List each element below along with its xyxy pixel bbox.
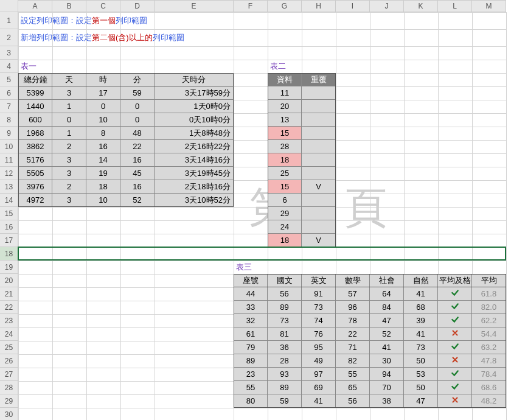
- table3-cell[interactable]: 41: [302, 394, 336, 408]
- table3-cell[interactable]: 52: [370, 327, 404, 341]
- table3-cell[interactable]: 44: [234, 287, 268, 301]
- table3-cell[interactable]: 79: [234, 341, 268, 354]
- table1-cell[interactable]: 0: [120, 113, 155, 127]
- table1-cell[interactable]: 3: [52, 167, 86, 180]
- col-header-J[interactable]: J: [370, 0, 404, 12]
- col-header-M[interactable]: M: [472, 0, 506, 12]
- table1-cell[interactable]: 16: [120, 153, 155, 167]
- table3-cell[interactable]: 70: [370, 381, 404, 394]
- col-header-L[interactable]: L: [438, 0, 472, 12]
- table1-title[interactable]: 表一: [18, 60, 52, 73]
- table1-cell[interactable]: 0天10時0分: [155, 113, 234, 127]
- row-header-9[interactable]: 9: [0, 127, 18, 140]
- row-header-21[interactable]: 21: [0, 287, 18, 301]
- row-header-16[interactable]: 16: [0, 220, 18, 234]
- table1-header[interactable]: 總分鐘: [18, 73, 52, 86]
- col-header-K[interactable]: K: [404, 0, 438, 12]
- table3-avg[interactable]: 82.0: [472, 301, 506, 314]
- table3-cell[interactable]: 49: [302, 354, 336, 368]
- table1-cell[interactable]: 17: [86, 86, 120, 100]
- col-header-A[interactable]: A: [18, 0, 52, 12]
- table2-dup[interactable]: [302, 127, 336, 140]
- table3-cell[interactable]: 41: [404, 287, 438, 301]
- col-header-F[interactable]: F: [234, 0, 268, 12]
- table1-cell[interactable]: 1: [52, 127, 86, 140]
- col-header-G[interactable]: G: [268, 0, 302, 12]
- table2-dup[interactable]: [302, 153, 336, 167]
- row-header-10[interactable]: 10: [0, 140, 18, 153]
- table2-dup[interactable]: [302, 100, 336, 113]
- table3-avg[interactable]: 54.4: [472, 327, 506, 341]
- table3-cell[interactable]: 61: [234, 327, 268, 341]
- table1-cell[interactable]: 10: [86, 113, 120, 127]
- table1-cell[interactable]: 600: [18, 113, 52, 127]
- table3-header[interactable]: 數學: [336, 274, 370, 287]
- table2-data[interactable]: 25: [268, 167, 302, 180]
- table1-cell[interactable]: 48: [120, 127, 155, 140]
- table1-cell[interactable]: 2天18時16分: [155, 180, 234, 194]
- table3-cell[interactable]: 97: [302, 368, 336, 381]
- table2-data[interactable]: 15: [268, 127, 302, 140]
- table3-cell[interactable]: 89: [234, 354, 268, 368]
- table1-cell[interactable]: 8: [86, 127, 120, 140]
- table3-avg[interactable]: 61.8: [472, 287, 506, 301]
- table1-cell[interactable]: 16: [120, 180, 155, 194]
- table2-dup[interactable]: [302, 207, 336, 220]
- row-header-7[interactable]: 7: [0, 100, 18, 113]
- row-header-22[interactable]: 22: [0, 301, 18, 314]
- table1-header[interactable]: 分: [120, 73, 155, 86]
- table1-header[interactable]: 天時分: [155, 73, 234, 86]
- table1-cell[interactable]: 0: [86, 100, 120, 113]
- row-header-15[interactable]: 15: [0, 207, 18, 220]
- table1-cell[interactable]: 1天0時0分: [155, 100, 234, 113]
- row-header-27[interactable]: 27: [0, 368, 18, 381]
- table3-cell[interactable]: 73: [302, 301, 336, 314]
- row-header-1[interactable]: 1: [0, 12, 18, 29]
- row-header-28[interactable]: 28: [0, 381, 18, 394]
- row-header-2[interactable]: 2: [0, 29, 18, 46]
- table3-cell[interactable]: 65: [336, 381, 370, 394]
- table1-cell[interactable]: 14: [86, 153, 120, 167]
- table3-cell[interactable]: 53: [404, 368, 438, 381]
- table1-cell[interactable]: 0: [120, 100, 155, 113]
- table3-cell[interactable]: 55: [336, 368, 370, 381]
- table1-cell[interactable]: 1968: [18, 127, 52, 140]
- table3-cell[interactable]: 74: [302, 314, 336, 327]
- row-header-29[interactable]: 29: [0, 394, 18, 408]
- table1-cell[interactable]: 16: [86, 140, 120, 153]
- table1-cell[interactable]: 3: [52, 86, 86, 100]
- row-header-3[interactable]: 3: [0, 46, 18, 60]
- table2-dup[interactable]: [302, 194, 336, 207]
- table1-cell[interactable]: 59: [120, 86, 155, 100]
- col-header-H[interactable]: H: [302, 0, 336, 12]
- table1-cell[interactable]: 19: [86, 167, 120, 180]
- table1-header[interactable]: 天: [52, 73, 86, 86]
- table3-avg[interactable]: 63.2: [472, 341, 506, 354]
- table2-data[interactable]: 15: [268, 180, 302, 194]
- row-header-6[interactable]: 6: [0, 86, 18, 100]
- table3-pass[interactable]: [438, 327, 472, 341]
- table2-data[interactable]: 6: [268, 194, 302, 207]
- table1-cell[interactable]: 52: [120, 194, 155, 207]
- table1-cell[interactable]: 1: [52, 100, 86, 113]
- table3-cell[interactable]: 82: [336, 354, 370, 368]
- col-header-B[interactable]: B: [52, 0, 86, 12]
- table3-cell[interactable]: 76: [302, 327, 336, 341]
- row-header-30[interactable]: 30: [0, 408, 18, 420]
- table2-header[interactable]: 資料: [268, 73, 302, 86]
- table2-data[interactable]: 24: [268, 220, 302, 234]
- table2-data[interactable]: 28: [268, 140, 302, 153]
- table2-data[interactable]: 11: [268, 86, 302, 100]
- table3-cell[interactable]: 56: [336, 394, 370, 408]
- table3-cell[interactable]: 68: [404, 301, 438, 314]
- table2-dup[interactable]: [302, 86, 336, 100]
- table3-header[interactable]: 英文: [302, 274, 336, 287]
- table1-cell[interactable]: 10: [86, 194, 120, 207]
- table1-cell[interactable]: 22: [120, 140, 155, 153]
- table3-header[interactable]: 社會: [370, 274, 404, 287]
- row-header-18[interactable]: 18: [0, 247, 18, 261]
- table3-avg[interactable]: 62.2: [472, 314, 506, 327]
- table3-cell[interactable]: 95: [302, 341, 336, 354]
- table3-cell[interactable]: 78: [336, 314, 370, 327]
- table2-dup[interactable]: V: [302, 234, 336, 247]
